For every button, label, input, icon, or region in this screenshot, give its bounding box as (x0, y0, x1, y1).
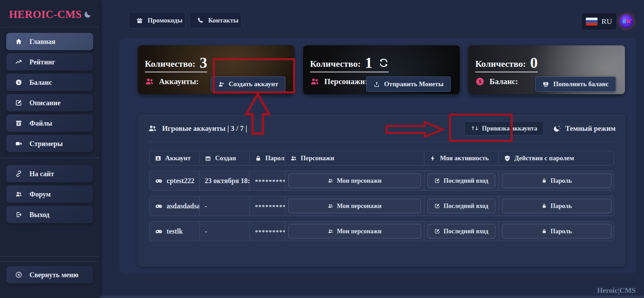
table-header-row: Аккаунт Создан Пароль (149, 151, 614, 165)
balance-count: Количество: 0 (475, 57, 538, 72)
last-login-button[interactable]: Последний вход (427, 224, 495, 238)
users-icon (148, 124, 157, 133)
sidebar-item-logout[interactable]: Выход (6, 206, 93, 223)
pen-square-icon (434, 228, 440, 234)
account-binding-button[interactable]: ↑↓ Привязка аккаунта (464, 121, 544, 136)
sidebar-divider (0, 158, 99, 158)
sidebar-divider (0, 256, 99, 257)
create-account-button[interactable]: Создать аккаунт (211, 76, 285, 92)
count-value: 1 (365, 57, 372, 69)
password-actions-cell: Пароль (499, 171, 615, 190)
password-actions-cell: Пароль (499, 222, 615, 241)
sidebar-item-balance[interactable]: $ Баланс (6, 74, 93, 91)
contacts-button[interactable]: Контакты (189, 12, 241, 28)
my-characters-button[interactable]: Мои персонажи (288, 224, 421, 238)
up-down-arrows-icon: ↑↓ (471, 125, 478, 132)
sidebar-item-forum[interactable]: Форум (6, 186, 93, 203)
sidebar-item-files[interactable]: Файлы (6, 115, 93, 132)
refresh-icon[interactable] (379, 58, 389, 68)
account-name: asdasdadsads (167, 202, 199, 210)
pen-square-icon (434, 178, 440, 183)
header-characters: Персонажи (285, 151, 424, 165)
lock-icon (255, 155, 262, 162)
header-created: Создан (199, 151, 249, 165)
accounts-count: Количество: 3 (145, 57, 207, 72)
send-coins-label: Отправить Монеты (384, 80, 443, 88)
activity-cell: Последний вход (424, 171, 499, 190)
account-binding-label: Привязка аккаунта (482, 125, 537, 132)
last-login-button[interactable]: Последний вход (427, 199, 495, 213)
gamepad-icon (155, 177, 163, 185)
sidebar-item-label: Форум (29, 190, 51, 198)
rw-logo-w: W (626, 18, 630, 25)
sidebar-item-rating[interactable]: Рейтинг (6, 53, 93, 71)
table-row: testlk - ********** Мои персонажи (149, 221, 614, 241)
password-cell: ********** (249, 196, 285, 216)
users-icon (328, 228, 334, 234)
lock-icon (541, 178, 547, 183)
table-row: cptest222 23 октября 18:58 ********** Мо… (149, 171, 614, 191)
password-actions-cell: Пароль (499, 196, 615, 216)
top-up-balance-button[interactable]: Пополнить баланс (535, 76, 616, 92)
entity-label: Баланс: (489, 77, 518, 86)
sidebar-item-label: Описание (29, 99, 61, 107)
entity-label: Персонажи: (324, 77, 368, 86)
characters-cell: Мои персонажи (285, 196, 424, 216)
sidebar-item-label: Файлы (29, 119, 52, 127)
banknote-icon (542, 81, 549, 88)
dark-mode-toggle[interactable]: Темный режим (553, 124, 616, 133)
sidebar-item-label: На сайт (29, 170, 54, 178)
sidebar-item-label: Выход (29, 211, 50, 219)
created-cell: 23 октября 18:58 (199, 171, 249, 190)
send-coins-button[interactable]: Отправить Монеты (366, 76, 451, 92)
shield-check-icon (504, 155, 511, 162)
password-cell: ********** (249, 171, 285, 190)
create-account-label: Создать аккаунт (229, 80, 278, 88)
users-icon (145, 77, 154, 86)
password-button[interactable]: Пароль (502, 199, 611, 213)
logout-icon (15, 211, 23, 218)
pen-square-icon (434, 203, 440, 209)
bolt-icon (430, 155, 436, 162)
characters-cell: Мои персонажи (285, 222, 424, 241)
account-cell: cptest222 (150, 171, 199, 190)
section-title: Игровые аккаунты | 3 / 7 | (162, 124, 247, 133)
accounts-table: Аккаунт Создан Пароль (149, 151, 614, 241)
created-cell: - (199, 222, 249, 241)
sidebar-item-label: Стримеры (29, 140, 63, 148)
last-login-button[interactable]: Последний вход (427, 173, 495, 188)
section-header: Игровые аккаунты | 3 / 7 | ↑↓ Привязка а… (139, 115, 625, 142)
svg-text:$: $ (479, 79, 482, 84)
characters-cell: Мои персонажи (285, 171, 424, 190)
sidebar-item-home[interactable]: Главная (6, 33, 93, 50)
my-characters-button[interactable]: Мои персонажи (288, 173, 421, 188)
entity-label: Аккаунты: (159, 77, 199, 86)
sidebar-nav: Главная Рейтинг $ Баланс Описание (0, 27, 99, 223)
accounts-stat-card: Количество: 3 Аккаунты: Создать аккаунт (138, 45, 294, 94)
sidebar-item-streamers[interactable]: Стримеры (6, 135, 93, 152)
rw-logo[interactable]: RW (619, 14, 634, 28)
promo-codes-button[interactable]: Промокоды (129, 12, 185, 28)
password-button[interactable]: Пароль (502, 173, 611, 188)
rw-logo-r: R (623, 18, 626, 25)
id-card-icon (155, 155, 161, 162)
sidebar: HEROIC-CMS Главная Рейтинг $ (0, 0, 99, 298)
users-icon (328, 203, 334, 209)
video-camera-icon (15, 140, 23, 147)
sidebar-item-label: Рейтинг (29, 58, 55, 66)
account-name: testlk (167, 227, 183, 235)
header-activity: Моя активность (424, 151, 499, 165)
section-divider (148, 142, 616, 142)
password-button[interactable]: Пароль (502, 224, 611, 238)
account-cell: asdasdadsads (150, 196, 199, 216)
sidebar-item-description[interactable]: Описание (6, 94, 93, 111)
gamepad-icon (155, 227, 163, 235)
sidebar-item-to-site[interactable]: На сайт (6, 165, 93, 182)
dark-mode-label: Темный режим (565, 124, 616, 133)
count-label: Количество: (310, 60, 361, 69)
balance-stat-card: Количество: 0 $ Баланс: Пополнить баланс (468, 45, 625, 94)
moon-icon[interactable] (83, 10, 92, 19)
language-button[interactable]: RU (581, 13, 617, 30)
my-characters-button[interactable]: Мои персонажи (288, 199, 421, 213)
collapse-menu-button[interactable]: Свернуть меню (6, 266, 93, 283)
